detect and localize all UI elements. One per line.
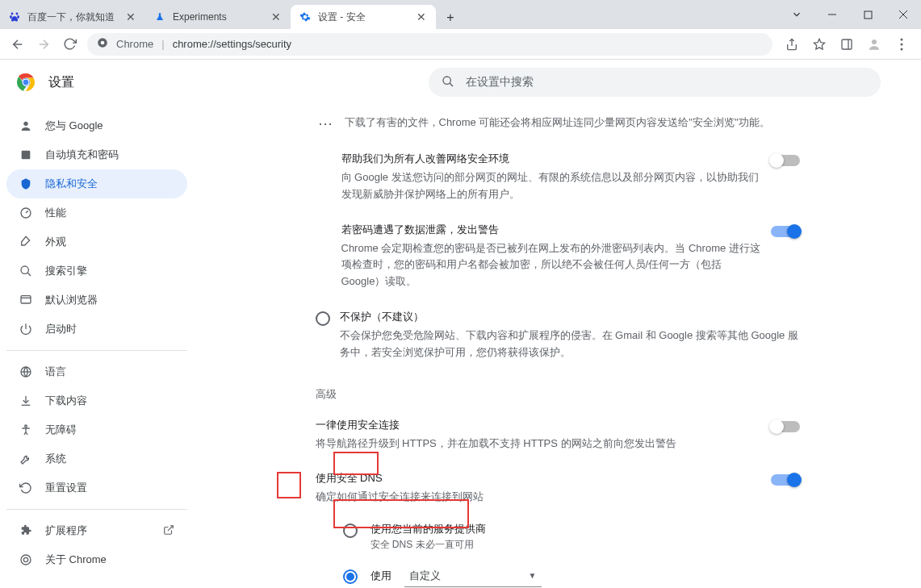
chrome-icon [97, 37, 108, 51]
globe-icon [19, 365, 32, 378]
dns-current-provider-row[interactable]: 使用您当前的服务提供商 安全 DNS 未必一直可用 [343, 515, 800, 558]
sidebar-item-about-chrome[interactable]: 关于 Chrome [6, 545, 187, 574]
svg-point-18 [901, 43, 903, 45]
chevron-down-icon[interactable] [779, 2, 814, 27]
svg-point-25 [23, 122, 27, 126]
sidebar-item-label: 系统 [45, 452, 66, 466]
svg-point-3 [17, 15, 19, 19]
share-icon[interactable] [781, 33, 803, 56]
svg-point-11 [101, 41, 105, 45]
extension-icon [19, 524, 32, 537]
sidebar-item-languages[interactable]: 语言 [6, 357, 187, 386]
sidebar-item-default-browser[interactable]: 默认浏览器 [6, 286, 187, 315]
svg-point-17 [901, 38, 903, 40]
tab-title: Experiments [173, 11, 270, 23]
svg-point-1 [16, 13, 19, 15]
search-icon [442, 75, 454, 90]
settings-header: 设置 在设置中搜索 [0, 60, 921, 105]
reload-button[interactable] [57, 31, 82, 57]
profile-icon[interactable] [863, 33, 885, 56]
setting-row: ⋯ 下载了有害的文件，Chrome 可能还会将相应网址连同少量网页内容发送给"安… [316, 105, 800, 142]
omnibox[interactable]: Chrome | chrome://settings/security [87, 33, 772, 56]
svg-point-29 [21, 266, 28, 273]
back-button[interactable] [5, 31, 31, 57]
always-https-row: 一律使用安全连接 将导航路径升级到 HTTPS，并在加载不支持 HTTPS 的网… [316, 408, 800, 462]
dns-provider-select[interactable]: 自定义 ▼ [404, 565, 542, 587]
no-protection-radio[interactable] [316, 311, 330, 326]
svg-rect-5 [864, 11, 872, 19]
sidebar-item-appearance[interactable]: 外观 [6, 227, 187, 256]
pwd-toggle[interactable] [771, 226, 800, 237]
https-toggle[interactable] [771, 421, 800, 432]
dns-toggle[interactable] [771, 474, 800, 486]
sidebar-item-accessibility[interactable]: 无障碍 [6, 415, 187, 444]
svg-marker-13 [814, 39, 824, 49]
sidebar-item-label: 搜索引擎 [45, 264, 87, 278]
new-tab-button[interactable]: + [439, 6, 462, 29]
reset-icon [19, 482, 32, 494]
url-prefix: Chrome [116, 38, 153, 50]
sidebar-item-autofill[interactable]: 自动填充和密码 [6, 140, 187, 169]
sidebar-item-label: 下载内容 [45, 394, 87, 408]
pwd-title: 若密码遭遇了数据泄露，发出警告 [341, 223, 761, 237]
sidebar-item-reset[interactable]: 重置设置 [6, 473, 187, 503]
sidebar-item-you-and-google[interactable]: 您与 Google [6, 111, 187, 140]
dns-current-title: 使用您当前的服务提供商 [370, 522, 486, 536]
dns-custom-radio[interactable] [343, 569, 358, 584]
help-desc: 向 Google 发送您访问的部分网页的网址、有限的系统信息以及部分网页内容，以… [341, 169, 761, 203]
accessibility-icon [19, 423, 32, 436]
sidebar-item-label: 扩展程序 [45, 523, 87, 538]
close-icon[interactable]: ✕ [415, 10, 428, 23]
dns-current-radio[interactable] [343, 523, 358, 538]
sidebar-item-label: 无障碍 [45, 423, 77, 437]
sidebar-item-downloads[interactable]: 下载内容 [6, 386, 187, 415]
https-title: 一律使用安全连接 [316, 418, 761, 432]
menu-icon[interactable] [890, 33, 913, 56]
toolbar-right [781, 33, 913, 56]
address-bar-row: Chrome | chrome://settings/security [0, 29, 921, 60]
sidebar-item-privacy-security[interactable]: 隐私和安全 [6, 169, 187, 198]
close-window-button[interactable] [885, 2, 921, 27]
svg-rect-14 [842, 40, 852, 49]
tab-title: 设置 - 安全 [318, 10, 415, 24]
star-icon[interactable] [808, 33, 831, 56]
dns-desc: 确定如何通过安全连接来连接到网站 [316, 489, 761, 506]
sidebar-item-extensions[interactable]: 扩展程序 [6, 516, 187, 545]
svg-point-38 [25, 425, 27, 427]
browser-tab-active[interactable]: 设置 - 安全 ✕ [291, 5, 436, 29]
browser-tab[interactable]: 百度一下，你就知道 ✕ [0, 5, 145, 29]
chevron-down-icon[interactable]: ⋯ [316, 115, 335, 132]
download-icon [19, 394, 32, 407]
svg-point-23 [443, 77, 450, 84]
sidebar-item-search-engine[interactable]: 搜索引擎 [6, 256, 187, 286]
sidebar-item-system[interactable]: 系统 [6, 444, 187, 473]
main-panel[interactable]: ⋯ 下载了有害的文件，Chrome 可能还会将相应网址连同少量网页内容发送给"安… [194, 105, 921, 588]
dns-current-desc: 安全 DNS 未必一直可用 [370, 538, 486, 552]
sidebar-item-label: 默认浏览器 [45, 293, 98, 307]
sidebar-item-performance[interactable]: 性能 [6, 198, 187, 227]
panel-icon[interactable] [835, 33, 858, 56]
no-protection-row[interactable]: 不保护（不建议） 不会保护您免受危险网站、下载内容和扩展程序的侵害。在 Gmai… [316, 300, 800, 371]
sidebar-separator [6, 509, 187, 510]
sidebar-item-label: 重置设置 [45, 481, 87, 495]
chevron-down-icon: ▼ [529, 571, 537, 580]
help-toggle[interactable] [771, 155, 800, 166]
close-icon[interactable]: ✕ [124, 10, 137, 23]
maximize-button[interactable] [850, 2, 885, 27]
close-icon[interactable]: ✕ [270, 10, 283, 23]
chrome-icon [19, 553, 32, 566]
sidebar-item-startup[interactable]: 启动时 [6, 315, 187, 344]
svg-point-19 [901, 48, 903, 50]
search-icon [19, 265, 32, 277]
dns-custom-row[interactable]: 使用 自定义 ▼ [343, 558, 800, 588]
browser-tab[interactable]: Experiments ✕ [145, 5, 291, 29]
sidebar-item-label: 隐私和安全 [45, 177, 98, 191]
minimize-button[interactable] [814, 2, 850, 27]
settings-search[interactable]: 在设置中搜索 [429, 68, 881, 97]
sidebar-item-label: 外观 [45, 235, 66, 249]
dns-select-value: 自定义 [409, 569, 441, 583]
svg-point-41 [23, 557, 27, 561]
svg-line-30 [27, 273, 31, 276]
forward-button[interactable] [31, 31, 57, 57]
dns-title: 使用安全 DNS [316, 471, 761, 486]
